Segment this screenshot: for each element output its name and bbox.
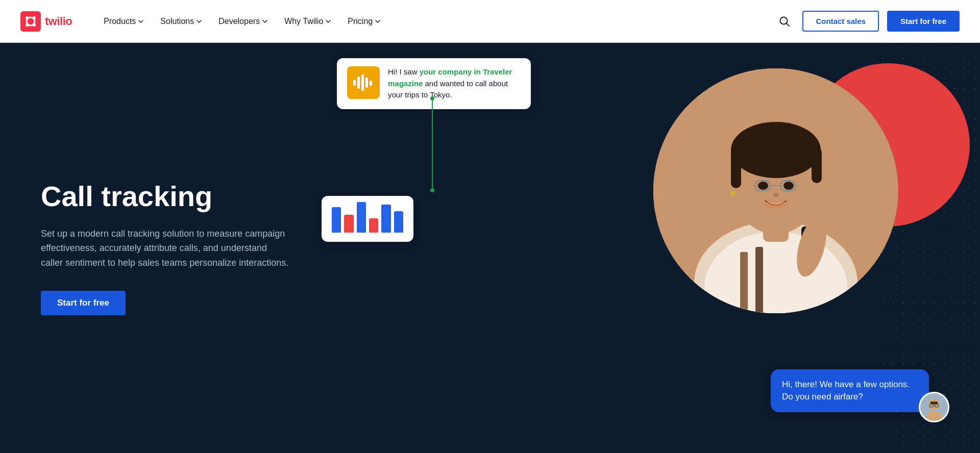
chevron-down-icon [196,18,202,24]
chevron-down-icon [138,18,144,24]
navbar: twilio Products Solutions Developers Why… [0,0,980,43]
contact-sales-button[interactable]: Contact sales [802,11,879,32]
hero-right: Hi! I saw your company in Traveler magaz… [306,43,939,453]
hero-left: Call tracking Set up a modern call track… [41,181,306,315]
svg-rect-0 [20,11,41,32]
svg-rect-32 [361,74,364,91]
chart-bar-4 [369,218,378,233]
logo[interactable]: twilio [20,11,72,32]
chart-bar-3 [357,202,366,233]
hero-section: Call tracking Set up a modern call track… [0,43,980,453]
hero-cta-button[interactable]: Start for free [41,291,126,315]
nav-item-pricing[interactable]: Pricing [340,13,388,30]
audio-wave-icon [347,66,380,99]
svg-line-7 [787,23,790,26]
svg-rect-33 [365,78,368,88]
audio-waveform-svg [352,73,375,92]
logo-text: twilio [45,15,72,28]
chevron-down-icon [375,18,381,24]
hero-title: Call tracking [41,181,306,212]
svg-point-18 [758,182,768,190]
nav-item-solutions[interactable]: Solutions [153,13,209,30]
svg-rect-16 [731,147,741,188]
svg-rect-12 [755,247,763,313]
avatar-svg [920,392,948,422]
nav-item-developers[interactable]: Developers [211,13,275,30]
search-icon [779,16,790,27]
nav-links: Products Solutions Developers Why Twilio… [96,13,775,30]
hero-description: Set up a modern call tracking solution t… [41,226,291,270]
green-connector-line [432,99,433,191]
svg-point-5 [33,23,36,27]
green-dot-bottom [430,188,434,192]
svg-point-26 [730,191,735,196]
chart-bar-2 [344,215,353,233]
chart-bar-5 [381,205,390,233]
chart-bar-1 [332,207,341,233]
person-image-circle [653,68,898,313]
svg-rect-17 [812,147,822,183]
chevron-down-icon [262,18,268,24]
chart-bar-6 [394,211,403,233]
bubble-top-text: Hi! I saw your company in Traveler magaz… [388,66,521,101]
svg-point-15 [731,122,821,178]
person-svg [653,68,898,313]
svg-rect-34 [370,81,372,86]
svg-rect-11 [740,252,748,313]
person-inner [653,68,898,313]
search-button[interactable] [775,12,794,31]
svg-point-3 [33,16,36,19]
svg-rect-38 [930,401,938,404]
bubble-top: Hi! I saw your company in Traveler magaz… [337,58,531,109]
start-free-button[interactable]: Start for free [887,11,960,32]
chevron-down-icon [325,18,331,24]
svg-rect-31 [357,77,360,89]
bubble-bottom: Hi, there! We have a few options. Do you… [771,369,929,412]
svg-point-4 [26,23,29,27]
nav-right: Contact sales Start for free [775,11,960,32]
svg-point-2 [26,16,29,19]
nav-item-why-twilio[interactable]: Why Twilio [277,13,338,30]
svg-point-25 [773,193,779,197]
nav-item-products[interactable]: Products [96,13,151,30]
chart-card [322,196,413,242]
avatar-small [919,392,949,422]
svg-point-19 [783,182,794,190]
svg-rect-30 [353,80,356,86]
